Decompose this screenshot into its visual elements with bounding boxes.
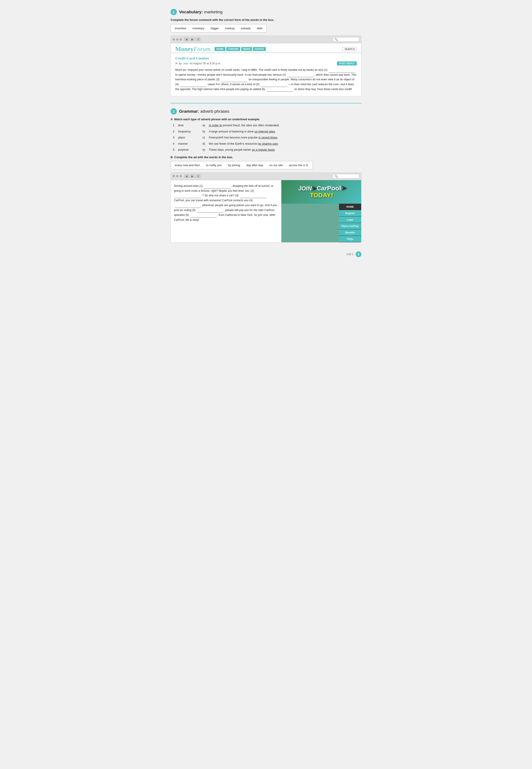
underline-b: on Internet sites bbox=[254, 130, 275, 133]
word-1: incentive bbox=[175, 27, 186, 30]
cp-back[interactable]: ◀ bbox=[184, 174, 189, 178]
grammar-section-number: 3 bbox=[171, 108, 177, 114]
browser-address-bar[interactable]: 🔍 bbox=[333, 37, 359, 42]
match-row-4: 4 manner d) We use fewer of the Earth's … bbox=[173, 142, 361, 146]
browser-dot-1 bbox=[173, 38, 175, 41]
ad-image-column: JOIN➤CarPool➤TODAY! HOME Register Login … bbox=[281, 180, 361, 242]
match-term-5: purpose bbox=[178, 148, 203, 151]
match-text-e: These days, young people barter on a reg… bbox=[209, 148, 361, 152]
match-text-b: A large amount of bartering is done on I… bbox=[209, 129, 361, 134]
sidebar-home[interactable]: HOME bbox=[339, 204, 361, 210]
sidebar-find-carpool[interactable]: Find a CarPool bbox=[339, 223, 361, 229]
post-body: Much as I enjoyed your recent article on… bbox=[175, 68, 357, 92]
moneyforum-logo: MoneyForum bbox=[175, 45, 211, 53]
vocab-word-box: incentive monetary trigger markup subsid… bbox=[171, 24, 267, 32]
moneyforum-nav: HOME FORUMS NEWS ADVICE bbox=[215, 47, 266, 51]
sidebar-faqs[interactable]: FAQs bbox=[339, 236, 361, 242]
banner-today: TODAY! bbox=[310, 192, 333, 199]
browser-back[interactable]: ◀ bbox=[184, 37, 189, 41]
grammar-section-title: Grammar: adverb phrases bbox=[179, 109, 229, 114]
part-a-instruction: A Match each type of adverb phrase with … bbox=[171, 118, 361, 121]
match-num-1: 1 bbox=[173, 124, 178, 127]
gword-2: to notify you bbox=[206, 164, 222, 167]
match-num-3: 3 bbox=[173, 136, 178, 139]
word-2: monetary bbox=[192, 27, 204, 30]
match-term-2: frequency bbox=[178, 130, 203, 133]
banner-join: JOIN bbox=[298, 185, 312, 191]
browser-reload[interactable]: ↺ bbox=[196, 37, 201, 41]
grammar-word-box: every now and then to notify you by join… bbox=[171, 161, 313, 169]
blank-2 bbox=[287, 73, 314, 77]
grammar-part-b: B Complete the ad with the words in the … bbox=[171, 156, 361, 243]
gword-4: day after day bbox=[246, 164, 263, 167]
gword-6: across the U.S. bbox=[289, 164, 309, 167]
match-num-5: 5 bbox=[173, 148, 178, 151]
page-footer: Unit 1 5 bbox=[171, 249, 361, 257]
ad-blank-5 bbox=[197, 208, 223, 213]
match-text-a: In order to prevent fraud, the sites are… bbox=[209, 123, 361, 128]
grammar-part-a: A Match each type of adverb phrase with … bbox=[171, 118, 361, 152]
sidebar-register[interactable]: Register bbox=[339, 210, 361, 217]
banner-arrow1: ➤ bbox=[312, 185, 317, 192]
post-title: Credit Card Caution bbox=[175, 56, 357, 61]
banner-arrow2: ➤ bbox=[341, 184, 347, 192]
cp-address-bar[interactable]: 🔍 bbox=[333, 174, 359, 179]
cp-dot-1 bbox=[173, 175, 175, 177]
cp-dot-3 bbox=[180, 175, 182, 177]
underline-a: In order to bbox=[209, 124, 222, 127]
carpool-browser-chrome: ◀ ▶ ↺ 🔍 bbox=[171, 173, 361, 180]
blank-4 bbox=[180, 82, 207, 87]
match-term-1: time bbox=[178, 124, 203, 127]
word-4: markup bbox=[225, 27, 234, 30]
carpool-banner-text: JOIN➤CarPool➤TODAY! bbox=[298, 185, 347, 199]
word-5: subsidy bbox=[241, 27, 251, 30]
forum-browser: ◀ ▶ ↺ 🔍 MoneyForum HOME FORUMS NEWS ADVI… bbox=[171, 35, 361, 96]
match-term-4: manner bbox=[178, 142, 203, 145]
underline-e: on a regular basis bbox=[252, 148, 275, 151]
match-letter-c: c) bbox=[203, 136, 209, 139]
match-text-d: We use fewer of the Earth's resources by… bbox=[209, 142, 361, 146]
search-icon: 🔍 bbox=[334, 38, 338, 41]
browser-nav: ◀ ▶ ↺ bbox=[184, 37, 201, 41]
vocab-title-normal: marketing bbox=[203, 10, 223, 14]
mail-icon: ✉ bbox=[175, 62, 177, 65]
vocab-section-header: 2 Vocabulary: marketing bbox=[171, 9, 361, 15]
browser-dot-2 bbox=[176, 38, 178, 41]
cp-forward[interactable]: ▶ bbox=[190, 174, 195, 178]
ad-sidebar: HOME Register Login Find a CarPool Benef… bbox=[339, 204, 361, 242]
sidebar-benefits[interactable]: Benefits bbox=[339, 229, 361, 236]
match-list: 1 time a) In order to prevent fraud, the… bbox=[173, 123, 361, 152]
match-term-3: place bbox=[178, 136, 203, 139]
carpool-banner: JOIN➤CarPool➤TODAY! bbox=[281, 180, 361, 204]
page-number: 5 bbox=[356, 251, 361, 257]
nav-advice[interactable]: ADVICE bbox=[253, 47, 266, 51]
match-letter-a: a) bbox=[203, 124, 209, 127]
post-date: on August 7th at 9:35 p.m. bbox=[190, 62, 221, 65]
ad-blank-3 bbox=[240, 193, 266, 198]
ad-text-column: Driving around town (1) , dropping the k… bbox=[171, 180, 281, 242]
match-letter-e: e) bbox=[203, 148, 209, 151]
post-by: by bbox=[179, 62, 182, 65]
logo-money: Money bbox=[175, 45, 193, 52]
cp-dot-2 bbox=[176, 175, 178, 177]
cp-reload[interactable]: ↺ bbox=[196, 174, 201, 178]
part-b-instruction: B Complete the ad with the words in the … bbox=[171, 156, 361, 159]
cp-browser-nav: ◀ ▶ ↺ bbox=[184, 174, 201, 178]
sidebar-login[interactable]: Login bbox=[339, 217, 361, 223]
vocab-instruction: Complete the forum comment with the corr… bbox=[171, 18, 361, 22]
ad-blank-1 bbox=[204, 184, 231, 189]
moneyforum-content: Credit Card Caution ✉ by Jojo on August … bbox=[171, 53, 361, 96]
nav-home[interactable]: HOME bbox=[215, 47, 225, 51]
match-num-2: 2 bbox=[173, 130, 178, 133]
match-row-1: 1 time a) In order to prevent fraud, the… bbox=[173, 123, 361, 128]
match-letter-d: d) bbox=[203, 142, 209, 145]
post-meta: ✉ by Jojo on August 7th at 9:35 p.m. POS… bbox=[175, 61, 357, 65]
post-reply-button[interactable]: POST REPLY bbox=[337, 61, 357, 65]
nav-forums[interactable]: FORUMS bbox=[226, 47, 240, 51]
nav-news[interactable]: NEWS bbox=[241, 47, 252, 51]
match-num-4: 4 bbox=[173, 142, 178, 145]
moneyforum-search[interactable]: SEARCH bbox=[343, 47, 357, 51]
underline-d: by sharing cars bbox=[258, 142, 278, 145]
gword-3: by joining bbox=[228, 164, 240, 167]
browser-forward[interactable]: ▶ bbox=[190, 37, 195, 41]
